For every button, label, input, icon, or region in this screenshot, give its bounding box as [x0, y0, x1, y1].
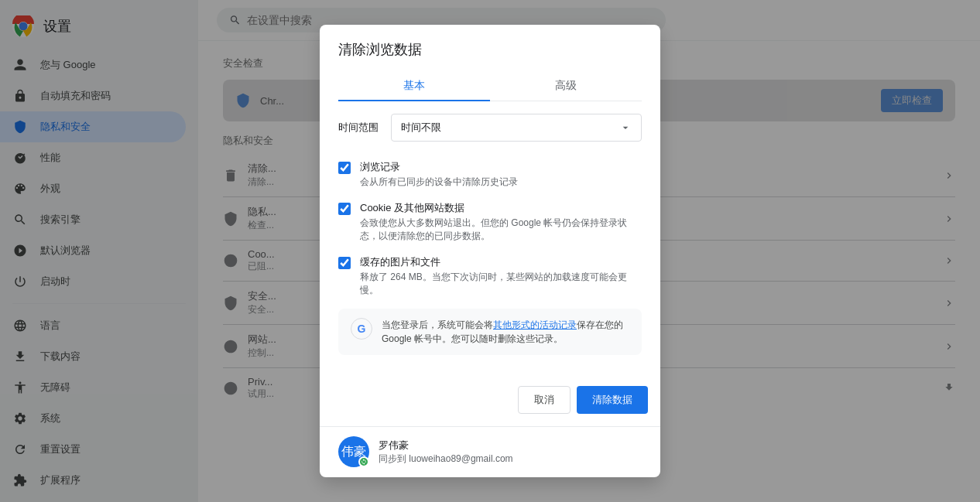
cookies-label: Cookie 及其他网站数据	[360, 201, 642, 215]
checkbox-browsing-history: 浏览记录 会从所有已同步的设备中清除历史记录	[338, 154, 642, 195]
info-text-before: 当您登录后，系统可能会将	[382, 319, 493, 330]
tab-basic[interactable]: 基本	[338, 71, 490, 101]
dialog-tabs: 基本 高级	[338, 71, 642, 101]
tab-advanced[interactable]: 高级	[490, 71, 642, 101]
user-info: 罗伟豪 同步到 luoweihao89@gmail.com	[379, 439, 513, 466]
user-email: 同步到 luoweihao89@gmail.com	[379, 452, 513, 466]
dialog-title: 清除浏览数据	[338, 40, 642, 59]
checkbox-cookies: Cookie 及其他网站数据 会致使您从大多数网站退出。但您的 Google 帐…	[338, 195, 642, 249]
cached-label: 缓存的图片和文件	[360, 255, 642, 269]
checkbox-cached: 缓存的图片和文件 释放了 264 MB。当您下次访问时，某些网站的加载速度可能会…	[338, 249, 642, 303]
dialog-footer: 取消 清除数据	[320, 380, 660, 426]
cookies-checkbox[interactable]	[338, 203, 351, 215]
clear-browsing-data-dialog: 清除浏览数据 基本 高级 时间范围 时间不限	[320, 25, 660, 476]
browsing-history-label: 浏览记录	[360, 160, 518, 174]
info-box: G 当您登录后，系统可能会将其他形式的活动记录保存在您的 Google 帐号中。…	[338, 309, 642, 355]
user-section: 伟豪 罗伟豪 同步到 luoweihao89@gmail.com	[320, 426, 660, 476]
user-name: 罗伟豪	[379, 439, 513, 452]
time-range-label: 时间范围	[338, 121, 379, 135]
cached-checkbox[interactable]	[338, 257, 351, 269]
activity-link[interactable]: 其他形式的活动记录	[493, 319, 577, 330]
cookies-desc: 会致使您从大多数网站退出。但您的 Google 帐号仍会保持登录状态，以便清除您…	[360, 217, 642, 243]
sync-dot	[358, 456, 369, 467]
browsing-history-checkbox[interactable]	[338, 162, 351, 174]
clear-data-button[interactable]: 清除数据	[577, 386, 648, 414]
info-text: 当您登录后，系统可能会将其他形式的活动记录保存在您的 Google 帐号中。您可…	[382, 318, 629, 346]
google-g-logo: G	[351, 318, 372, 340]
time-range-row: 时间范围 时间不限	[338, 114, 642, 142]
dialog-header: 清除浏览数据 基本 高级	[320, 25, 660, 101]
dialog-overlay: 清除浏览数据 基本 高级 时间范围 时间不限	[198, 0, 980, 502]
chevron-down-icon	[619, 121, 632, 134]
browsing-history-desc: 会从所有已同步的设备中清除历史记录	[360, 176, 518, 189]
cached-desc: 释放了 264 MB。当您下次访问时，某些网站的加载速度可能会更慢。	[360, 271, 642, 297]
time-range-select[interactable]: 时间不限	[391, 114, 642, 142]
cancel-button[interactable]: 取消	[518, 386, 571, 414]
time-range-value: 时间不限	[401, 121, 441, 135]
avatar: 伟豪	[338, 436, 369, 467]
dialog-body: 时间范围 时间不限 浏览记录 会从所有已同步的设备中清除历史记录	[320, 101, 660, 380]
